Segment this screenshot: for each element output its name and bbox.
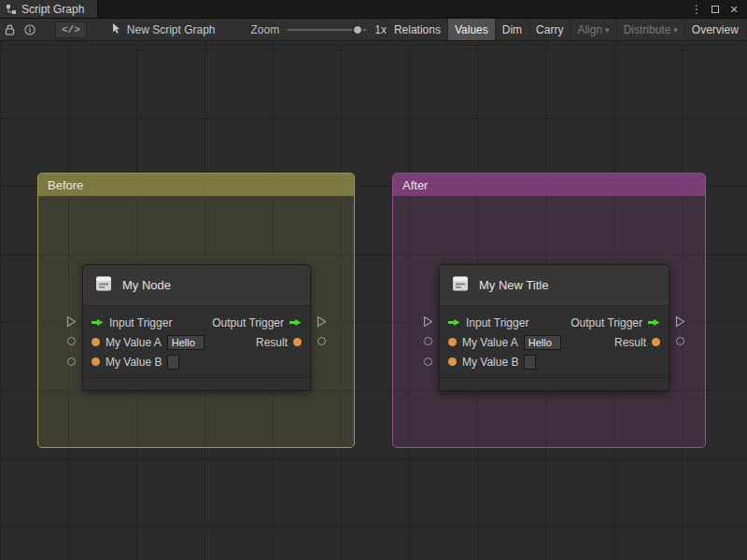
flow-out-port[interactable] xyxy=(648,318,660,327)
external-flow-in-port[interactable] xyxy=(66,315,77,328)
tab-bar: Script Graph ⋮ × xyxy=(0,0,747,19)
distribute-dropdown: Distribute▾ xyxy=(616,19,684,40)
value-a-field[interactable]: Hello xyxy=(167,335,204,350)
port-label: My Value A xyxy=(462,336,518,349)
value-in-port[interactable] xyxy=(92,338,100,346)
chevron-down-icon: ▾ xyxy=(673,25,678,35)
port-label: Result xyxy=(256,336,288,349)
dim-button[interactable]: Dim xyxy=(495,19,529,40)
value-a-row: My Value A Hello Result xyxy=(83,332,310,352)
external-value-out-port[interactable] xyxy=(676,337,684,345)
value-in-port[interactable] xyxy=(92,357,100,366)
graph-canvas[interactable]: Before After My Node xyxy=(0,41,747,560)
external-value-in-port[interactable] xyxy=(424,337,432,345)
port-label: Output Trigger xyxy=(212,316,284,329)
external-value-in-port[interactable] xyxy=(67,337,76,345)
port-label: Input Trigger xyxy=(466,316,529,329)
group-title: Before xyxy=(48,178,83,192)
node-title: My New Title xyxy=(479,278,548,292)
trigger-row: Input Trigger Output Trigger xyxy=(440,313,669,332)
port-label: My Value B xyxy=(462,356,518,369)
group-before-header[interactable]: Before xyxy=(38,174,354,196)
node-body: Input Trigger Output Trigger My Value A … xyxy=(440,306,669,371)
external-flow-in-port[interactable] xyxy=(423,315,433,328)
value-a-field[interactable]: Hello xyxy=(524,335,561,350)
external-flow-out-port[interactable] xyxy=(317,315,327,328)
external-flow-out-port[interactable] xyxy=(675,315,685,328)
chevron-down-icon: ▾ xyxy=(605,25,610,35)
zoom-slider[interactable] xyxy=(287,24,367,35)
value-in-port[interactable] xyxy=(448,357,457,366)
value-b-row: My Value B xyxy=(440,352,669,371)
port-label: Input Trigger xyxy=(109,316,172,329)
node-title: My Node xyxy=(122,278,171,292)
tab-script-graph[interactable]: Script Graph xyxy=(0,0,98,18)
trigger-row: Input Trigger Output Trigger xyxy=(83,313,310,332)
flow-in-port[interactable] xyxy=(92,318,104,327)
group-after-header[interactable]: After xyxy=(393,174,705,196)
zoom-label: Zoom xyxy=(251,23,280,36)
value-out-port[interactable] xyxy=(293,338,302,346)
port-label: My Value B xyxy=(106,356,162,369)
info-icon[interactable] xyxy=(20,19,40,40)
graph-breadcrumb[interactable]: New Script Graph xyxy=(111,22,216,36)
node-header[interactable]: My Node xyxy=(83,265,310,306)
graph-toolbar: </> New Script Graph Zoom 1x Relations V… xyxy=(0,19,747,41)
value-b-field[interactable] xyxy=(524,355,536,370)
node-footer xyxy=(83,377,310,390)
toolbar-buttons: Relations Values Dim Carry Align▾ Distri… xyxy=(387,19,747,40)
external-value-out-port[interactable] xyxy=(317,337,326,345)
zoom-control: Zoom 1x xyxy=(251,23,387,36)
node-body: Input Trigger Output Trigger My Value A … xyxy=(83,306,310,371)
value-in-port[interactable] xyxy=(448,338,457,346)
flow-out-port[interactable] xyxy=(289,318,302,327)
port-label: Output Trigger xyxy=(571,316,642,329)
unit-icon xyxy=(93,273,114,298)
value-a-row: My Value A Hello Result xyxy=(440,332,669,352)
tab-title: Script Graph xyxy=(21,3,84,16)
values-button[interactable]: Values xyxy=(447,19,495,40)
maximize-icon[interactable] xyxy=(708,3,723,16)
window-controls: ⋮ × xyxy=(689,0,747,18)
external-value-in-port[interactable] xyxy=(67,357,76,366)
menu-icon[interactable]: ⋮ xyxy=(689,3,704,16)
port-label: My Value A xyxy=(106,336,162,349)
pointer-icon xyxy=(111,22,122,36)
zoom-value: 1x xyxy=(374,23,387,36)
overview-button[interactable]: Overview xyxy=(684,19,745,40)
value-b-field[interactable] xyxy=(167,355,179,370)
relations-button[interactable]: Relations xyxy=(387,19,447,40)
lock-icon[interactable] xyxy=(0,19,20,40)
external-value-in-port[interactable] xyxy=(424,357,432,366)
node-footer xyxy=(440,377,669,390)
script-graph-window: Script Graph ⋮ × </> xyxy=(0,0,747,560)
flow-in-port[interactable] xyxy=(448,318,460,327)
node-my-new-title[interactable]: My New Title Input Trigger Output Trigge… xyxy=(439,264,669,391)
script-graph-icon xyxy=(6,4,17,15)
graph-name: New Script Graph xyxy=(127,23,216,36)
value-b-row: My Value B xyxy=(83,352,310,371)
group-title: After xyxy=(402,178,428,192)
node-header[interactable]: My New Title xyxy=(440,265,669,306)
port-label: Result xyxy=(614,336,646,349)
value-out-port[interactable] xyxy=(652,338,660,346)
close-icon[interactable]: × xyxy=(726,2,741,17)
zoom-slider-handle[interactable] xyxy=(353,25,362,35)
align-dropdown: Align▾ xyxy=(570,19,615,40)
unit-icon xyxy=(450,273,471,298)
node-my-node[interactable]: My Node Input Trigger Output Trigger xyxy=(82,264,311,391)
code-preview-button[interactable]: </> xyxy=(55,21,87,38)
carry-button[interactable]: Carry xyxy=(529,19,570,40)
